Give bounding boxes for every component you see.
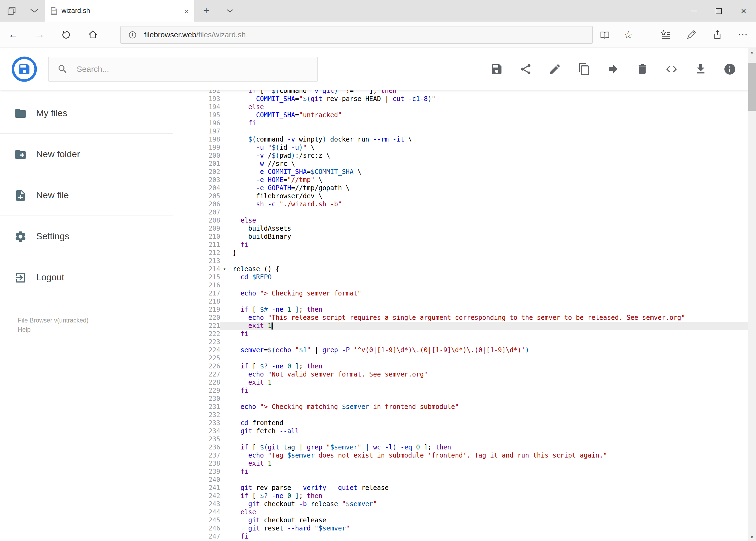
code-line[interactable]: 199 -u "$(id -u)" \	[173, 144, 748, 152]
code-line[interactable]: 239 fi	[173, 468, 748, 476]
code-line[interactable]: 245 git checkout release	[173, 516, 748, 525]
code-line[interactable]: 244 else	[173, 508, 748, 516]
scroll-down-arrow-icon[interactable]: ▼	[748, 533, 756, 541]
code-line[interactable]: 196 fi	[173, 119, 748, 128]
search-box[interactable]	[48, 56, 318, 81]
code-line[interactable]: 238 exit 1	[173, 460, 748, 468]
close-window-button[interactable]: ×	[731, 0, 756, 22]
set-tabs-aside-button[interactable]	[0, 0, 23, 22]
code-line[interactable]: 194 else	[173, 103, 748, 111]
more-button[interactable]: ⋯	[730, 22, 756, 48]
code-line[interactable]: 198 $(command -v winpty) docker run --rm…	[173, 136, 748, 144]
fold-arrow-icon[interactable]: ▾	[220, 265, 229, 273]
code-line[interactable]: 210 buildBinary	[173, 233, 748, 241]
help-link[interactable]: Help	[18, 325, 173, 334]
code-line[interactable]: 221 exit 1	[173, 322, 748, 330]
code-line[interactable]: 230	[173, 395, 748, 403]
code-line[interactable]: 193 COMMIT_SHA="$(git rev-parse HEAD | c…	[173, 95, 748, 103]
code-line[interactable]: 229 fi	[173, 387, 748, 395]
web-notes-button[interactable]	[678, 22, 704, 48]
code-line[interactable]: 234 git fetch --all	[173, 427, 748, 435]
code-line[interactable]: 228 exit 1	[173, 379, 748, 387]
sidebar-item-my-files[interactable]: My files	[0, 101, 173, 126]
code-line[interactable]: 205 filebrowser/dev \	[173, 192, 748, 201]
code-line[interactable]: 192 if [ "$(command -v git)" != "" ]; th…	[173, 90, 748, 95]
code-line[interactable]: 241 git rev-parse --verify --quiet relea…	[173, 484, 748, 492]
close-tab-icon[interactable]: ×	[184, 7, 189, 15]
code-line[interactable]: 203 -e HOME="//tmp" \	[173, 176, 748, 184]
code-line[interactable]: 219 if [ $# -ne 1 ]; then	[173, 306, 748, 314]
save-button[interactable]	[490, 62, 503, 75]
code-line[interactable]: 237 echo "Tag $semver does not exist in …	[173, 452, 748, 460]
share-button[interactable]	[519, 62, 532, 75]
code-line[interactable]: 240	[173, 476, 748, 484]
site-info-icon[interactable]	[128, 31, 136, 39]
sidebar-item-new-folder[interactable]: New folder	[0, 142, 173, 168]
refresh-button[interactable]	[53, 22, 79, 48]
tab-list-button[interactable]	[218, 0, 242, 22]
scroll-up-arrow-icon[interactable]: ▲	[748, 48, 756, 56]
code-line[interactable]: 208 else	[173, 217, 748, 225]
search-input[interactable]	[76, 64, 309, 74]
move-button[interactable]	[607, 62, 620, 75]
minimize-button[interactable]	[681, 0, 706, 22]
code-line[interactable]: 214▾release () {	[173, 265, 748, 273]
code-line[interactable]: 207	[173, 209, 748, 217]
rename-button[interactable]	[548, 62, 561, 75]
code-line[interactable]: 226 if [ $? -ne 0 ]; then	[173, 362, 748, 370]
add-favorite-button[interactable]: ☆	[617, 22, 640, 48]
code-line[interactable]: 201 -w //src \	[173, 160, 748, 168]
code-line[interactable]: 211 fi	[173, 241, 748, 249]
code-line[interactable]: 218	[173, 297, 748, 306]
address-bar[interactable]: filebrowser.web/files/wizard.sh	[121, 26, 593, 44]
code-line[interactable]: 231 echo "> Checking matching $semver in…	[173, 403, 748, 411]
code-line[interactable]: 246 git reset --hard "$semver"	[173, 525, 748, 533]
code-line[interactable]: 223	[173, 338, 748, 346]
code-line[interactable]: 242 if [ $? -ne 0 ]; then	[173, 492, 748, 500]
code-line[interactable]: 225	[173, 354, 748, 362]
code-line[interactable]: 200 -v /$(pwd):/src:z \	[173, 152, 748, 160]
code-line[interactable]: 202 -e COMMIT_SHA=$COMMIT_SHA \	[173, 168, 748, 176]
code-line[interactable]: 206 sh -c "./wizard.sh -b"	[173, 201, 748, 209]
browser-tab[interactable]: wizard.sh ×	[45, 0, 194, 22]
code-line[interactable]: 232	[173, 411, 748, 419]
scrollbar-thumb[interactable]	[748, 63, 756, 111]
download-button[interactable]	[694, 62, 707, 75]
sidebar-item-logout[interactable]: Logout	[0, 265, 173, 290]
code-line[interactable]: 212}	[173, 249, 748, 257]
code-line[interactable]: 224 semver=$(echo "$1" | grep -P '^v(0|[…	[173, 346, 748, 354]
code-line[interactable]: 220 echo "This release script requires a…	[173, 314, 748, 322]
code-line[interactable]: 235	[173, 435, 748, 443]
code-line[interactable]: 247 fi	[173, 533, 748, 541]
code-line[interactable]: 209 buildAssets	[173, 225, 748, 233]
share-page-button[interactable]	[704, 22, 730, 48]
code-line[interactable]: 217 echo "> Checking semver format"	[173, 289, 748, 297]
forward-button[interactable]: →	[26, 22, 53, 48]
sidebar-item-new-file[interactable]: New file	[0, 183, 173, 209]
code-line[interactable]: 233 cd frontend	[173, 419, 748, 427]
raw-view-button[interactable]	[665, 62, 678, 75]
reading-view-button[interactable]	[593, 22, 617, 48]
code-editor[interactable]: 192 if [ "$(command -v git)" != "" ]; th…	[173, 90, 748, 541]
code-line[interactable]: 216	[173, 281, 748, 289]
code-line[interactable]: 197	[173, 128, 748, 136]
code-line[interactable]: 227 echo "Not valid semver format. See s…	[173, 370, 748, 379]
code-line[interactable]: 236 if [ $(git tag | grep "$semver" | wc…	[173, 443, 748, 452]
tab-preview-button[interactable]	[23, 0, 45, 22]
page-scrollbar[interactable]: ▲ ▼	[748, 48, 756, 541]
code-line[interactable]: 215 cd $REPO	[173, 273, 748, 281]
code-line[interactable]: 204 -e GOPATH=//tmp/gopath \	[173, 184, 748, 192]
sidebar-item-settings[interactable]: Settings	[0, 224, 173, 250]
home-button[interactable]	[79, 22, 106, 48]
filebrowser-logo[interactable]	[11, 56, 37, 82]
info-button[interactable]	[723, 62, 736, 75]
delete-button[interactable]	[635, 62, 648, 75]
code-line[interactable]: 222 fi	[173, 330, 748, 338]
code-line[interactable]: 213	[173, 257, 748, 265]
code-line[interactable]: 243 git checkout -b release "$semver"	[173, 500, 748, 508]
back-button[interactable]: ←	[0, 22, 26, 48]
code-line[interactable]: 195 COMMIT_SHA="untracked"	[173, 111, 748, 119]
new-tab-button[interactable]: +	[194, 0, 218, 22]
copy-button[interactable]	[577, 62, 590, 75]
maximize-button[interactable]	[706, 0, 731, 22]
